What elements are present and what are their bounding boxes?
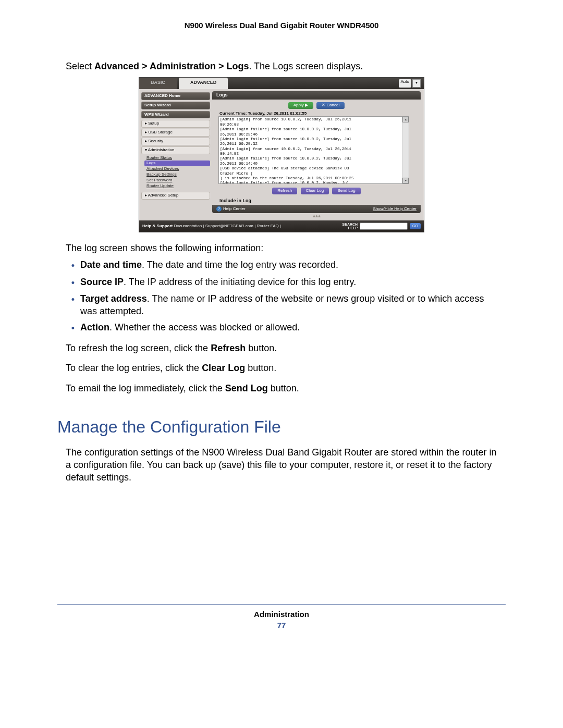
list-item: • Date and time. The date and time the l… [66, 258, 497, 272]
bullet-icon: • [66, 258, 80, 272]
sidebar-item-logs[interactable]: Logs [144, 161, 210, 166]
help-center-bar: ?Help Center Show/Hide Help Center [212, 205, 421, 213]
sidebar-wps-wizard[interactable]: WPS Wizard [141, 111, 210, 119]
list-item: • Source IP. The IP address of the initi… [66, 276, 497, 289]
tab-basic[interactable]: BASIC [139, 78, 177, 89]
bullet-icon: • [66, 292, 80, 318]
log-text: [Admin login] from source 10.0.0.2, Tues… [219, 117, 409, 184]
sidebar-cat-administration[interactable]: ▾ Administration [141, 146, 210, 154]
scroll-up-icon[interactable]: ▴ [402, 117, 409, 122]
sidebar-item-router-update[interactable]: Router Update [144, 183, 210, 189]
list-item: • Action. Whether the access was blocked… [66, 321, 497, 335]
cancel-button[interactable]: ✕ Cancel [316, 102, 345, 109]
top-tabbar: BASIC ADVANCED Auto ▼ [139, 78, 424, 89]
search-help-label: SEARCHHELP [342, 223, 358, 230]
bullet-icon: • [66, 321, 80, 335]
help-support-label: Help & Support [142, 224, 173, 228]
sidebar-cat-security[interactable]: ▸ Security [141, 138, 210, 145]
sidebar-item-backup-settings[interactable]: Backup Settings [144, 172, 210, 178]
panel-log-actions: Refresh Clear Log Send Log [212, 186, 421, 198]
help-center-left[interactable]: ?Help Center [216, 206, 246, 212]
include-in-log-label: Include in Log [212, 198, 421, 205]
panel-resize-grip-icon[interactable]: ▴▴▴ [212, 213, 421, 218]
help-support-links[interactable]: Documentation | Support@NETGEAR.com | Ro… [173, 224, 281, 228]
footer-chapter-label: Administration [57, 610, 506, 619]
send-log-button[interactable]: Send Log [332, 188, 360, 194]
doc-header: N900 Wireless Dual Band Gigabit Router W… [57, 21, 506, 30]
bullet-icon: • [66, 276, 80, 289]
intro-prefix: Select [66, 61, 94, 71]
apply-button[interactable]: Apply ▶ [288, 102, 313, 109]
sidebar-setup-wizard[interactable]: Setup Wizard [141, 102, 210, 109]
refresh-mode-dropdown[interactable]: ▼ [412, 79, 421, 88]
section-heading-manage-config: Manage the Configuration File [57, 417, 506, 437]
refresh-mode-label: Auto [399, 79, 411, 88]
current-time-label: Current Time: Tuesday, Jul 26,2011 01:02… [212, 110, 421, 116]
footer-rule [57, 604, 506, 604]
intro-suffix: . The Logs screen displays. [249, 61, 363, 71]
sidebar-admin-sublist: Router Status Logs Attached Devices Back… [144, 155, 210, 189]
sidebar-item-set-password[interactable]: Set Password [144, 178, 210, 183]
search-help-input[interactable] [360, 223, 408, 230]
log-info-intro: The log screen shows the following infor… [66, 242, 497, 254]
refresh-button[interactable]: Refresh [272, 188, 297, 194]
help-center-label: Help Center [223, 206, 246, 211]
sidebar-cat-advanced-setup[interactable]: ▸ Advanced Setup [141, 192, 210, 200]
manage-config-para: The configuration settings of the N900 W… [66, 446, 497, 484]
clear-log-button[interactable]: Clear Log [301, 188, 329, 194]
sidebar-item-attached-devices[interactable]: Attached Devices [144, 166, 210, 172]
sidebar: ADVANCED Home Setup Wizard WPS Wizard ▸ … [139, 89, 212, 220]
search-go-button[interactable]: GO [410, 223, 421, 229]
sidebar-item-router-status[interactable]: Router Status [144, 155, 210, 161]
log-fields-list: • Date and time. The date and time the l… [66, 258, 497, 334]
panel-title: Logs [212, 91, 421, 100]
sidebar-advanced-home[interactable]: ADVANCED Home [141, 92, 210, 100]
log-textarea[interactable]: [Admin login] from source 10.0.0.2, Tues… [218, 116, 409, 184]
panel-top-actions: Apply ▶ ✕ Cancel [212, 100, 421, 110]
intro-path: Advanced > Administration > Logs [94, 61, 249, 71]
log-scrollbar[interactable]: ▴ ▾ [402, 117, 409, 183]
router-ui-screenshot: BASIC ADVANCED Auto ▼ ADVANCED Home Setu… [139, 77, 424, 232]
help-support-bar: Help & Support Documentation | Support@N… [139, 220, 424, 232]
tab-advanced[interactable]: ADVANCED [179, 78, 228, 89]
send-instruction: To email the log immediately, click the … [66, 382, 497, 394]
scroll-down-icon[interactable]: ▾ [402, 178, 409, 183]
sidebar-cat-setup[interactable]: ▸ Setup [141, 120, 210, 128]
list-item: • Target address. The name or IP address… [66, 292, 497, 318]
clear-instruction: To clear the log entries, click the Clea… [66, 362, 497, 374]
sidebar-cat-usb[interactable]: ▸ USB Storage [141, 129, 210, 137]
help-icon: ? [216, 206, 222, 212]
show-hide-help-link[interactable]: Show/Hide Help Center [373, 207, 417, 212]
intro-line: Select Advanced > Administration > Logs.… [66, 61, 497, 72]
refresh-instruction: To refresh the log screen, click the Ref… [66, 342, 497, 354]
main-panel: Logs Apply ▶ ✕ Cancel Current Time: Tues… [212, 89, 424, 220]
footer-page-number: 77 [57, 621, 506, 630]
